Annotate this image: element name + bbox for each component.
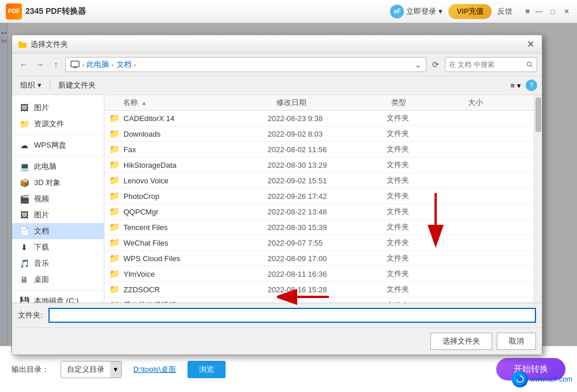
path-segment-docs[interactable]: 文档 [117,59,132,70]
folder-dialog-icon [18,40,27,49]
feedback-button[interactable]: 反馈 [497,6,512,17]
nav-item-3d[interactable]: 📦 3D 对象 [12,175,104,191]
folder-icon: 📁 [109,175,120,185]
dialog-buttons: 选择文件夹 取消 [12,327,542,355]
file-name: 📁Fax [109,144,268,154]
videos-icon: 🎬 [19,194,29,203]
folder-icon: 📁 [109,129,120,138]
folder-icon: 📁 [109,191,120,201]
file-row[interactable]: 📁爱奇艺热播视频_back 2022-08-31 13:30 文件夹 [104,297,534,303]
col-type-header[interactable]: 类型 [391,97,468,108]
col-name-header[interactable]: 名称 ▲ [109,97,276,108]
downloads-icon: ⬇ [19,243,29,252]
forward-button[interactable]: → [33,58,47,71]
file-name: 📁WeChat Files [109,238,268,248]
hamburger-icon[interactable]: ≡ [525,7,530,16]
file-date: 2022-09-26 17:42 [268,192,387,201]
dialog-title-text: 选择文件夹 [31,39,68,50]
col-size-header[interactable]: 大小 [468,97,529,108]
address-path: › 此电脑 › 文档 › ⌄ [65,57,426,72]
dialog-close-button[interactable]: ✕ [524,39,536,50]
nav-item-resources[interactable]: 📁 资源文件 [12,116,104,132]
file-type: 文件夹 [387,191,466,201]
dialog-title-bar: 选择文件夹 ✕ [12,35,542,54]
nav-label-desktop: 桌面 [34,274,49,285]
file-date: 2022-09-07 7:55 [268,239,387,247]
output-select-arrow[interactable]: ▾ [110,361,121,378]
refresh-button[interactable]: ⟳ [429,58,443,71]
nav-label-docs: 文档 [34,226,49,236]
file-row[interactable]: 📁WPS Cloud Files 2022-08-09 17:00 文件夹 [104,251,534,266]
file-name: 📁CADEditorX 14 [109,113,268,123]
nav-item-docs[interactable]: 📄 文档 [12,223,104,239]
up-button[interactable]: ↑ [49,58,63,71]
nav-item-downloads[interactable]: ⬇ 下载 [12,239,104,255]
folder-input[interactable] [48,308,536,323]
nav-label-3d: 3D 对象 [34,178,61,188]
cancel-button[interactable]: 取消 [497,333,536,350]
folder-icon: 📁 [109,160,120,169]
file-type: 文件夹 [387,269,466,279]
close-button[interactable]: ✕ [562,7,571,16]
login-button[interactable]: aF 立即登录 ▾ [390,5,443,18]
music-icon: 🎵 [19,259,29,268]
nav-item-pc[interactable]: 💻 此电脑 [12,159,104,175]
nav-item-music[interactable]: 🎵 音乐 [12,255,104,272]
nav-label-music: 音乐 [34,258,49,269]
watermark-logo [512,371,528,387]
output-select[interactable]: 自定义目录 ▾ [61,361,122,378]
folder-icon: 📁 [109,222,120,232]
col-date-header[interactable]: 修改日期 [276,97,391,108]
folder-icon: 📁 [109,113,120,123]
output-label: 输出目录： [12,364,49,375]
nav-item-c-drive[interactable]: 💾 本地磁盘 (C:) [12,293,104,303]
file-row[interactable]: 📁HikStorageData 2022-08-30 13:29 文件夹 [104,157,534,173]
file-name: 📁WPS Cloud Files [109,253,268,263]
svg-rect-0 [18,43,27,48]
vip-button[interactable]: VIP充值 [448,4,492,19]
path-segment-pc[interactable]: 此电脑 [87,59,109,70]
file-row[interactable]: 📁WeChat Files 2022-09-07 7:55 文件夹 [104,235,534,251]
file-row[interactable]: 📁Fax 2022-08-02 11:56 文件夹 [104,142,534,157]
search-input[interactable] [449,61,524,69]
back-button[interactable]: ← [17,58,31,71]
file-row[interactable]: 📁Downloads 2022-09-02 8:03 文件夹 [104,126,534,142]
watermark-spiral-icon [514,373,526,386]
organize-button[interactable]: 组织 ▾ [17,78,45,92]
file-type: 文件夹 [387,175,466,186]
file-name: 📁PhotoCrop [109,191,268,201]
nav-item-videos[interactable]: 🎬 视频 [12,191,104,207]
file-date: 2022-09-02 15:51 [268,176,387,185]
scrollbar-area[interactable] [534,95,542,303]
minimize-button[interactable]: — [534,7,544,16]
path-dropdown-icon[interactable]: ⌄ [415,61,421,69]
watermark-text: www.xz7.com [530,375,572,383]
browse-button[interactable]: 浏览 [188,361,226,378]
svg-rect-2 [71,61,79,67]
scrollbar-thumb[interactable] [535,97,541,132]
folder-icon: 📁 [109,253,120,263]
3d-icon: 📦 [19,178,29,187]
nav-label-resources: 资源文件 [34,119,64,129]
view-button[interactable]: ≡ ▾ [510,81,521,90]
file-row[interactable]: 📁QQPCMgr 2022-08-22 13:48 文件夹 [104,204,534,220]
logo-icon: PDF [6,3,22,20]
file-row[interactable]: 📁ZZDSOCR 2022-08-16 15:28 文件夹 [104,282,534,297]
maximize-button[interactable]: □ [548,7,557,16]
nav-item-pictures2[interactable]: 🖼 图片 [12,207,104,223]
output-path[interactable]: D:\tools\桌面 [133,364,176,375]
file-row[interactable]: 📁Lenovo Voice 2022-09-02 15:51 文件夹 [104,173,534,189]
help-button[interactable]: ? [526,80,537,91]
file-row[interactable]: 📁Tencent Files 2022-08-30 15:39 文件夹 [104,220,534,235]
nav-item-wps[interactable]: ☁ WPS网盘 [12,137,104,153]
dialog-content: 🖼 图片 📁 资源文件 ☁ WPS网盘 💻 此电脑 [12,95,542,303]
nav-item-desktop[interactable]: 🖥 桌面 [12,272,104,288]
file-list: 📁CADEditorX 14 2022-08-23 9:38 文件夹 📁Down… [104,111,534,303]
file-row[interactable]: 📁CADEditorX 14 2022-08-23 9:38 文件夹 [104,111,534,126]
nav-item-pictures[interactable]: 🖼 图片 [12,100,104,116]
new-folder-button[interactable]: 新建文件夹 [55,78,99,92]
select-folder-button[interactable]: 选择文件夹 [430,333,492,350]
file-type: 文件夹 [387,129,466,139]
file-row[interactable]: 📁PhotoCrop 2022-09-26 17:42 文件夹 [104,189,534,204]
file-row[interactable]: 📁YlmVoice 2022-08-11 16:36 文件夹 [104,266,534,282]
